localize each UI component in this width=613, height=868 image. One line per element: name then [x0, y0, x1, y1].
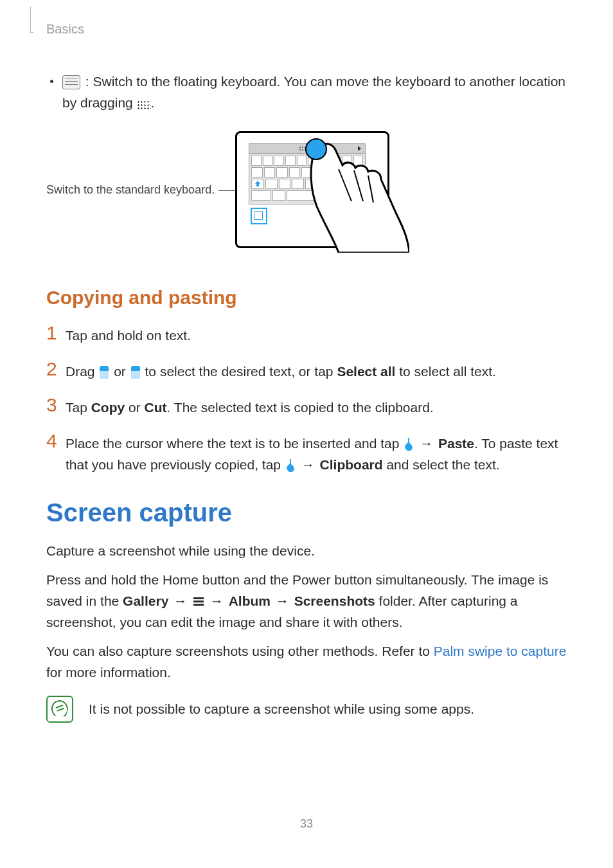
copy-label: Copy	[91, 400, 125, 415]
floating-keyboard-icon	[62, 75, 80, 89]
arrow-icon: →	[298, 457, 319, 472]
figure-caption: Switch to the standard keyboard.	[46, 183, 215, 197]
t: or	[125, 400, 144, 415]
page-number: 33	[0, 817, 613, 831]
t: or	[110, 364, 129, 379]
screen-capture-p2: Press and hold the Home button and the P…	[46, 569, 567, 633]
drag-handle-icon	[137, 100, 151, 109]
t: and select the text.	[383, 457, 500, 472]
selection-handle-left-icon	[100, 366, 109, 379]
steps-list: 1 Tap and hold on text. 2 Drag or to sel…	[46, 324, 567, 475]
t: You can also capture screenshots using o…	[46, 644, 434, 658]
step-number: 1	[46, 324, 66, 342]
select-all-label: Select all	[337, 364, 395, 379]
palm-swipe-link[interactable]: Palm swipe to capture	[434, 644, 567, 658]
step-3: 3 Tap Copy or Cut. The selected text is …	[46, 396, 567, 418]
figure: Switch to the standard keyboard.	[46, 131, 567, 248]
note: It is not possible to capture a screensh…	[46, 696, 567, 723]
cursor-handle-icon	[404, 438, 413, 451]
step-1-text: Tap and hold on text.	[66, 324, 567, 346]
selection-handle-right-icon	[131, 366, 140, 379]
t: Tap	[66, 400, 91, 415]
note-text: It is not possible to capture a screensh…	[89, 701, 474, 717]
running-header: Basics	[46, 22, 84, 37]
step-2-text: Drag or to select the desired text, or t…	[66, 360, 567, 382]
t: to select all text.	[395, 364, 495, 379]
clipboard-label: Clipboard	[320, 457, 383, 472]
screen-capture-p3: You can also capture screenshots using o…	[46, 640, 567, 683]
menu-icon	[193, 597, 204, 606]
t: Drag	[66, 364, 98, 379]
arrow-icon: →	[206, 593, 227, 608]
bullet-text: : Switch to the floating keyboard. You c…	[62, 71, 567, 113]
step-4: 4 Place the cursor where the text is to …	[46, 432, 567, 475]
step-number: 4	[46, 432, 66, 450]
cursor-handle-icon	[286, 459, 295, 472]
gallery-label: Gallery	[123, 593, 168, 608]
t: to select the desired text, or tap	[141, 364, 337, 379]
device-illustration	[235, 131, 389, 248]
step-4-text: Place the cursor where the text is to be…	[66, 432, 567, 475]
step-number: 2	[46, 360, 66, 378]
cut-label: Cut	[145, 400, 167, 415]
step-2: 2 Drag or to select the desired text, or…	[46, 360, 567, 382]
bullet-text-b: .	[151, 95, 155, 110]
album-label: Album	[229, 593, 271, 608]
heading-screen-capture: Screen capture	[46, 498, 567, 527]
screen-capture-p1: Capture a screenshot while using the dev…	[46, 540, 567, 561]
arrow-icon: →	[170, 593, 191, 608]
heading-copying-pasting: Copying and pasting	[46, 287, 567, 309]
leader-line	[218, 190, 235, 191]
touch-point-icon	[305, 138, 327, 160]
paste-label: Paste	[438, 436, 474, 451]
step-3-text: Tap Copy or Cut. The selected text is co…	[66, 396, 567, 418]
t: . The selected text is copied to the cli…	[167, 400, 434, 415]
bullet-item: : Switch to the floating keyboard. You c…	[46, 71, 567, 113]
header-rule	[30, 6, 33, 33]
page-content: : Switch to the floating keyboard. You c…	[46, 71, 567, 723]
note-icon	[46, 696, 73, 723]
bullet-dot-icon	[50, 80, 53, 83]
screenshots-label: Screenshots	[294, 593, 375, 608]
step-number: 3	[46, 396, 66, 414]
t: for more information.	[46, 665, 171, 680]
arrow-icon: →	[416, 436, 437, 451]
step-1: 1 Tap and hold on text.	[46, 324, 567, 346]
standard-keyboard-key-highlight	[251, 208, 267, 224]
arrow-icon: →	[272, 593, 293, 608]
t: Place the cursor where the text is to be…	[66, 436, 403, 451]
